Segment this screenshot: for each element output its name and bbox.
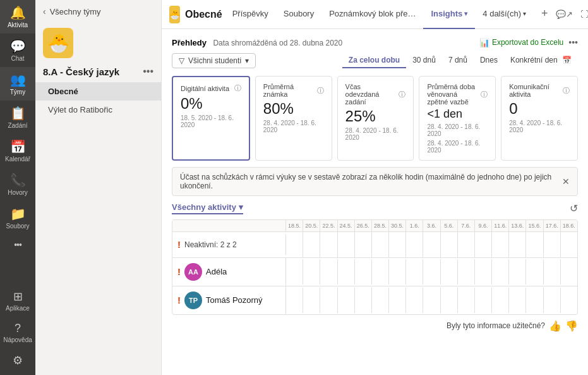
activity-refresh-button[interactable]: ↺ bbox=[570, 202, 578, 214]
tab-soubory[interactable]: Soubory bbox=[276, 0, 321, 29]
sidebar-item-aktivita[interactable]: 🔔 Aktivita bbox=[0, 0, 35, 34]
chat-popout-button[interactable]: 💬↗ bbox=[556, 6, 573, 23]
feedback-no-button[interactable]: 👎 bbox=[565, 320, 578, 332]
activity-header: Všechny aktivity ▾ ↺ bbox=[172, 202, 578, 214]
sidebar-item-settings[interactable]: ⚙ bbox=[0, 348, 35, 372]
info-icon-doba[interactable]: ⓘ bbox=[481, 90, 488, 99]
timeline-cell bbox=[372, 232, 389, 257]
sidebar-item-kalendar[interactable]: 📅 Kalendář bbox=[0, 134, 35, 168]
student-name: Adéla bbox=[206, 267, 227, 276]
sidebar-item-soubory[interactable]: 📁 Soubory bbox=[0, 201, 35, 235]
tab-dalsi[interactable]: 4 další(ch) ▾ bbox=[475, 0, 534, 29]
timeline-cell bbox=[475, 232, 492, 257]
sidebar-item-aplikace[interactable]: ⊞ Aplikace bbox=[0, 285, 35, 317]
expand-button[interactable]: ⛶ bbox=[576, 6, 588, 23]
students-filter-button[interactable]: ▽ Všichni studenti ▾ bbox=[172, 53, 256, 68]
stat-card-vcas-odevzdana[interactable]: Včas odevzdaná zadání ⓘ 25% 28. 4. 2020 … bbox=[337, 76, 414, 161]
timeline-cell bbox=[458, 288, 475, 313]
alert-icon: ! bbox=[177, 266, 181, 277]
notif-text: Účast na schůzkách v rámci výuky se v se… bbox=[180, 173, 562, 190]
timeline-row-label: !AAAdéla bbox=[172, 258, 286, 286]
topbar-actions: 💬↗ ⛶ ↺ ••• bbox=[556, 6, 588, 23]
excel-icon: 📊 bbox=[479, 38, 489, 47]
export-more-button[interactable]: ••• bbox=[568, 37, 578, 47]
time-tab-7dni[interactable]: 7 dnů bbox=[442, 53, 474, 68]
tab-prispevky[interactable]: Příspěvky bbox=[225, 0, 276, 29]
stat-card-prumerna-znamka[interactable]: Průměrná známka ⓘ 80% 28. 4. 2020 - 18. … bbox=[255, 76, 332, 161]
back-label[interactable]: Všechny týmy bbox=[50, 7, 101, 16]
timeline-cell bbox=[561, 259, 577, 285]
time-tab-celou-dobu[interactable]: Za celou dobu bbox=[342, 53, 406, 68]
timeline-cell bbox=[492, 232, 509, 257]
timeline-row-label: !Neaktivní: 2 z 2 bbox=[172, 234, 286, 255]
timeline-cell bbox=[544, 232, 561, 257]
insights-header-text: Přehledy Data shromážděná od 28. dubna 2… bbox=[172, 37, 342, 48]
student-avatar: TP bbox=[184, 292, 202, 309]
info-icon-digital[interactable]: ⓘ bbox=[234, 83, 241, 93]
timeline-row-cells bbox=[286, 232, 577, 257]
activity-filter-button[interactable]: Všechny aktivity ▾ bbox=[172, 202, 243, 214]
sidebar-item-zadani[interactable]: 📋 Zadání bbox=[0, 101, 35, 134]
timeline-cell bbox=[526, 288, 543, 313]
timeline-date-cell: 11.6. bbox=[492, 220, 509, 231]
timeline-cell bbox=[492, 288, 509, 313]
channel-item-vylet[interactable]: Výlet do Ratibořic bbox=[35, 101, 161, 119]
timeline-cell bbox=[286, 232, 303, 257]
notif-close-button[interactable]: ✕ bbox=[562, 176, 570, 187]
topbar-title: Obecné bbox=[185, 9, 222, 20]
timeline-cell bbox=[389, 288, 406, 313]
feedback-yes-button[interactable]: 👍 bbox=[549, 320, 561, 332]
back-arrow-icon[interactable]: ‹ bbox=[43, 6, 46, 16]
timeline-cell bbox=[303, 259, 320, 285]
sidebar-item-napoveda[interactable]: ? Nápověda bbox=[0, 317, 35, 348]
teams-panel-header: ‹ Všechny týmy bbox=[35, 0, 161, 23]
timeline-date-cell: 18.5. bbox=[286, 220, 303, 231]
stat-card-digital-aktivita[interactable]: Digitální aktivita ⓘ 0% 18. 5. 2020 - 18… bbox=[172, 76, 250, 161]
export-excel-button[interactable]: 📊 Exportovat do Excelu bbox=[479, 38, 563, 47]
channel-item-obecne[interactable]: Obecné bbox=[35, 82, 161, 101]
tab-insights[interactable]: Insights ▾ bbox=[423, 0, 475, 29]
team-avatar: 🐣 bbox=[43, 28, 73, 58]
gear-icon: ⚙ bbox=[13, 353, 23, 367]
sidebar-item-more[interactable]: ••• bbox=[0, 235, 35, 255]
sidebar-item-tymy[interactable]: 👥 Týmy bbox=[0, 67, 35, 101]
teams-icon: 👥 bbox=[10, 72, 26, 87]
timeline-cell bbox=[458, 232, 475, 257]
info-icon-znamka[interactable]: ⓘ bbox=[317, 86, 324, 95]
team-menu-button[interactable]: ••• bbox=[143, 66, 153, 77]
timeline-cell bbox=[544, 288, 561, 313]
chat-icon: 💬 bbox=[10, 39, 26, 54]
timeline-cell bbox=[509, 259, 526, 285]
tab-poznamkovy[interactable]: Poznámkový blok pře… bbox=[321, 0, 423, 29]
filter-caret-icon: ▾ bbox=[245, 56, 249, 65]
timeline-cell bbox=[338, 259, 355, 285]
tab-add[interactable]: + bbox=[534, 0, 556, 29]
stat-card-prumerna-doba[interactable]: Průměrná doba věnovaná zpětné vazbě ⓘ <1… bbox=[419, 76, 496, 161]
time-tab-30dni[interactable]: 30 dnů bbox=[406, 53, 442, 68]
stat-card-komunikacni[interactable]: Komunikační aktivita ⓘ 0 28. 4. 2020 - 1… bbox=[501, 76, 578, 161]
timeline-cell bbox=[441, 232, 458, 257]
timeline-date-cell: 22.5. bbox=[320, 220, 337, 231]
timeline-group-row[interactable]: !Neaktivní: 2 z 2 bbox=[172, 232, 577, 258]
timeline-student-row[interactable]: !TPTomáš Pozorný bbox=[172, 286, 577, 314]
timeline-cell bbox=[561, 288, 577, 313]
calls-icon: 📞 bbox=[10, 173, 26, 188]
timeline-student-row[interactable]: !AAAdéla bbox=[172, 258, 577, 286]
dalsi-caret-icon: ▾ bbox=[523, 10, 526, 17]
activity-caret-icon: ▾ bbox=[239, 202, 243, 212]
sidebar-item-hovory[interactable]: 📞 Hovory bbox=[0, 168, 35, 201]
timeline-cell bbox=[372, 259, 389, 285]
timeline-cell bbox=[423, 259, 440, 285]
info-icon-komunikacni[interactable]: ⓘ bbox=[563, 86, 570, 95]
teams-panel: ‹ Všechny týmy 🐣 8.A - Český jazyk ••• O… bbox=[35, 0, 162, 375]
topbar: 🐣 Obecné Příspěvky Soubory Poznámkový bl… bbox=[162, 0, 588, 29]
info-icon-vcas[interactable]: ⓘ bbox=[399, 90, 405, 99]
time-tab-konkretni-den[interactable]: Konkrétní den 📅 bbox=[504, 53, 578, 68]
time-tab-dnes[interactable]: Dnes bbox=[474, 53, 504, 68]
timeline-cell bbox=[389, 259, 406, 285]
topbar-tabs: Příspěvky Soubory Poznámkový blok pře… I… bbox=[225, 0, 556, 29]
sidebar-item-chat[interactable]: 💬 Chat bbox=[0, 34, 35, 67]
filter-icon: ▽ bbox=[179, 56, 184, 65]
timeline-date-cell: 5.6. bbox=[441, 220, 458, 231]
timeline-cell bbox=[303, 232, 320, 257]
